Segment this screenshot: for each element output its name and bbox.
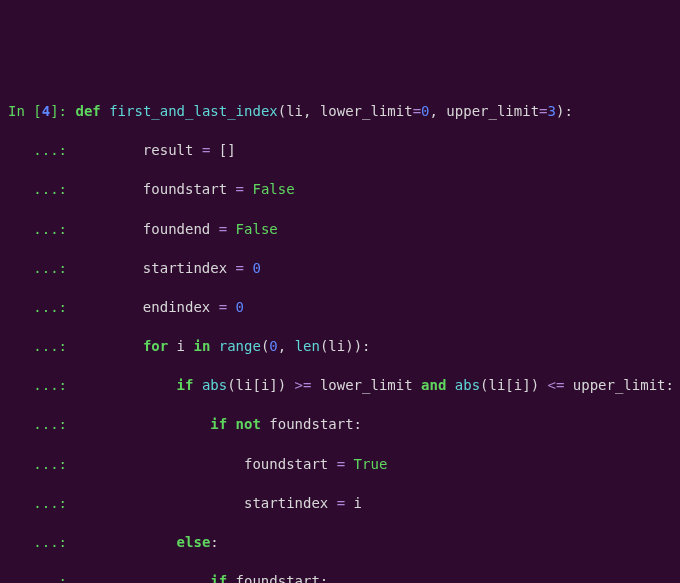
in-prompt: In [4]: — [8, 103, 75, 119]
code-cell-4: In [4]: def first_and_last_index(li, low… — [8, 82, 672, 583]
cont-prompt: ...: — [8, 142, 75, 158]
